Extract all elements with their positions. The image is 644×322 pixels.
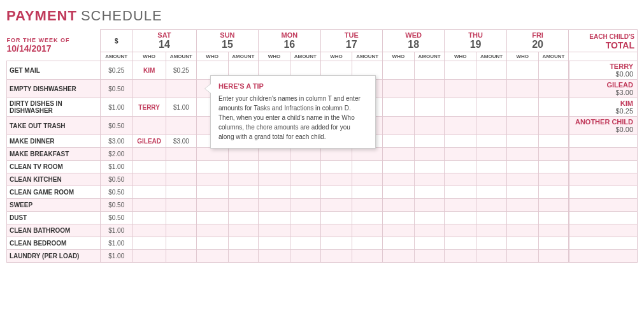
- mon-who[interactable]: [259, 250, 290, 263]
- tue-who[interactable]: [320, 224, 352, 237]
- wed-amt[interactable]: [414, 98, 445, 117]
- mon-amt[interactable]: [290, 224, 320, 237]
- sun-amt[interactable]: [228, 186, 259, 199]
- sat-amt[interactable]: $0.25: [166, 61, 197, 80]
- thu-amt[interactable]: [476, 61, 507, 80]
- thu-who[interactable]: [445, 173, 476, 186]
- wed-who[interactable]: [382, 117, 414, 135]
- thu-amt[interactable]: [476, 80, 507, 98]
- mon-amt[interactable]: [290, 161, 320, 173]
- fri-who[interactable]: [506, 117, 538, 135]
- thu-amt[interactable]: [476, 135, 507, 148]
- tue-amt[interactable]: [352, 186, 383, 199]
- sat-who[interactable]: [132, 161, 166, 173]
- thu-amt[interactable]: [476, 186, 507, 199]
- thu-who[interactable]: [445, 80, 476, 98]
- thu-amt[interactable]: [476, 117, 507, 135]
- mon-who[interactable]: [259, 173, 290, 186]
- sat-who[interactable]: [132, 148, 166, 161]
- fri-amt[interactable]: [538, 237, 569, 250]
- thu-who[interactable]: [445, 135, 476, 148]
- fri-who[interactable]: [506, 173, 538, 186]
- mon-who[interactable]: [259, 237, 290, 250]
- thu-amt[interactable]: [476, 98, 507, 117]
- wed-amt[interactable]: [414, 117, 445, 135]
- sat-amt[interactable]: [166, 250, 197, 263]
- fri-amt[interactable]: [538, 80, 569, 98]
- thu-who[interactable]: [445, 117, 476, 135]
- thu-amt[interactable]: [476, 148, 507, 161]
- sat-who[interactable]: [132, 186, 166, 199]
- mon-who[interactable]: [259, 212, 290, 224]
- fri-amt[interactable]: [538, 117, 569, 135]
- tue-amt[interactable]: [352, 250, 383, 263]
- mon-amt[interactable]: [290, 250, 320, 263]
- mon-amt[interactable]: [290, 237, 320, 250]
- thu-who[interactable]: [445, 237, 476, 250]
- wed-amt[interactable]: [414, 161, 445, 173]
- wed-amt[interactable]: [414, 250, 445, 263]
- sat-amt[interactable]: [166, 148, 197, 161]
- wed-who[interactable]: [382, 98, 414, 117]
- fri-who[interactable]: [506, 80, 538, 98]
- sun-amt[interactable]: [228, 237, 259, 250]
- sun-who[interactable]: [196, 173, 228, 186]
- fri-amt[interactable]: [538, 250, 569, 263]
- wed-amt[interactable]: [414, 186, 445, 199]
- wed-who[interactable]: [382, 173, 414, 186]
- tue-amt[interactable]: [352, 237, 383, 250]
- tue-who[interactable]: [320, 212, 352, 224]
- wed-who[interactable]: [382, 237, 414, 250]
- wed-amt[interactable]: [414, 224, 445, 237]
- sat-amt[interactable]: [166, 237, 197, 250]
- mon-who[interactable]: [259, 161, 290, 173]
- tue-who[interactable]: [320, 199, 352, 212]
- sun-who[interactable]: [196, 199, 228, 212]
- sun-amt[interactable]: [228, 250, 259, 263]
- wed-who[interactable]: [382, 199, 414, 212]
- thu-who[interactable]: [445, 161, 476, 173]
- wed-amt[interactable]: [414, 237, 445, 250]
- sat-amt[interactable]: [166, 186, 197, 199]
- fri-who[interactable]: [506, 61, 538, 80]
- thu-who[interactable]: [445, 186, 476, 199]
- fri-who[interactable]: [506, 161, 538, 173]
- wed-who[interactable]: [382, 250, 414, 263]
- mon-who[interactable]: [259, 186, 290, 199]
- sun-amt[interactable]: [228, 212, 259, 224]
- thu-amt[interactable]: [476, 237, 507, 250]
- sat-who[interactable]: [132, 173, 166, 186]
- sat-who[interactable]: [132, 250, 166, 263]
- tue-who[interactable]: [320, 161, 352, 173]
- tue-amt[interactable]: [352, 199, 383, 212]
- sun-who[interactable]: [196, 224, 228, 237]
- tue-who[interactable]: [320, 250, 352, 263]
- fri-who[interactable]: [506, 135, 538, 148]
- sun-amt[interactable]: [228, 199, 259, 212]
- mon-who[interactable]: [259, 199, 290, 212]
- thu-amt[interactable]: [476, 224, 507, 237]
- mon-who[interactable]: [259, 148, 290, 161]
- fri-amt[interactable]: [538, 173, 569, 186]
- thu-amt[interactable]: [476, 199, 507, 212]
- mon-amt[interactable]: [290, 199, 320, 212]
- sat-amt[interactable]: [166, 224, 197, 237]
- fri-who[interactable]: [506, 199, 538, 212]
- fri-amt[interactable]: [538, 186, 569, 199]
- tue-amt[interactable]: [352, 148, 383, 161]
- sat-who[interactable]: [132, 199, 166, 212]
- sun-who[interactable]: [196, 161, 228, 173]
- fri-who[interactable]: [506, 212, 538, 224]
- sat-amt[interactable]: $3.00: [166, 135, 197, 148]
- thu-who[interactable]: [445, 224, 476, 237]
- wed-who[interactable]: [382, 186, 414, 199]
- tue-who[interactable]: [320, 237, 352, 250]
- fri-who[interactable]: [506, 224, 538, 237]
- fri-amt[interactable]: [538, 199, 569, 212]
- wed-who[interactable]: [382, 135, 414, 148]
- tue-who[interactable]: [320, 148, 352, 161]
- mon-amt[interactable]: [290, 173, 320, 186]
- thu-who[interactable]: [445, 61, 476, 80]
- thu-amt[interactable]: [476, 161, 507, 173]
- wed-amt[interactable]: [414, 212, 445, 224]
